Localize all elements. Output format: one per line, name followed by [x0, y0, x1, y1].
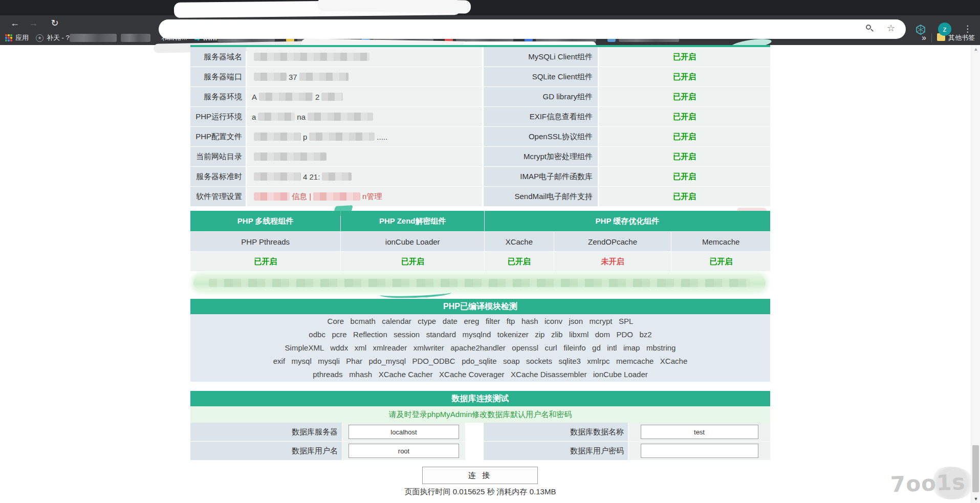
- table-row: 软件管理设置信息 |n管理SendMail电子邮件支持已开启: [190, 187, 770, 206]
- table-row: 服务器标准时4 21:IMAP电子邮件函数库已开启: [190, 167, 770, 186]
- component-name: ionCube Loader: [341, 232, 484, 251]
- php-probe-page: 服务器域名MySQLi Client组件已开启服务器端口37SQLite Cli…: [0, 45, 980, 503]
- form-row: 数据库服务器数据库数据名称: [190, 423, 770, 441]
- component-name: ZendOPcache: [554, 232, 671, 251]
- db-input-1[interactable]: [641, 425, 758, 439]
- component-status: 已开启: [599, 87, 770, 106]
- component-status: 已开启: [599, 147, 770, 166]
- db-field-label: 数据库数据名称: [484, 423, 628, 441]
- component-status: 已开启: [599, 167, 770, 186]
- db-field-cell: [628, 442, 770, 460]
- extension-icon[interactable]: [915, 24, 926, 35]
- component-status: 未开启: [554, 252, 671, 271]
- modules-line: exif mysql mysqli Phar pdo_mysql PDO_ODB…: [273, 355, 687, 368]
- value-fragment: 2: [315, 93, 319, 101]
- redacted-value: [254, 133, 301, 141]
- server-info-value: A2: [247, 87, 482, 106]
- component-name: PHP Pthreads: [190, 232, 340, 251]
- component-label: SQLite Client组件: [484, 67, 598, 86]
- component-status: 已开启: [671, 252, 770, 271]
- redacted-value: [254, 73, 287, 81]
- redacted-value: [259, 93, 313, 101]
- apps-label: 应用: [15, 33, 29, 42]
- connect-button[interactable]: 连 接: [422, 467, 538, 484]
- scrollbar-up-arrow[interactable]: ▲: [971, 45, 980, 53]
- component-label: SendMail电子邮件支持: [484, 187, 598, 206]
- watermark: 7oo1s: [890, 464, 977, 499]
- db-field-label: 数据库用户名: [190, 442, 342, 460]
- component-group-header: PHP Zend解密组件: [341, 211, 484, 231]
- component-label: Mcrypt加密处理组件: [484, 147, 598, 166]
- redacted-value: [254, 53, 369, 61]
- component-status: 已开启: [341, 252, 484, 271]
- form-row: 数据库用户名数据库用户密码: [190, 442, 770, 460]
- redacted-value: [254, 192, 290, 201]
- table-row: 服务器端口37SQLite Client组件已开启: [190, 67, 770, 86]
- db-field-cell: [342, 442, 465, 460]
- value-fragment: a: [252, 113, 256, 121]
- server-info-label: 软件管理设置: [190, 187, 246, 206]
- zoom-icon[interactable]: [866, 25, 874, 32]
- component-label: OpenSSL协议组件: [484, 127, 598, 146]
- db-notice: 请及时登录phpMyAdmin修改数据库默认用户名和密码: [190, 406, 770, 423]
- redacted-value: [313, 192, 360, 201]
- page-footer-stats: 页面执行时间 0.015625 秒 消耗内存 0.13MB: [190, 487, 770, 497]
- component-status: 已开启: [599, 107, 770, 126]
- value-fragment: 4 21:: [303, 172, 320, 181]
- server-info-label: 服务器环境: [190, 87, 246, 106]
- db-input-2[interactable]: [349, 444, 459, 458]
- profile-avatar[interactable]: z: [938, 23, 951, 36]
- server-info-value: [247, 147, 482, 166]
- redacted-value: [254, 152, 326, 161]
- apps-shortcut[interactable]: 应用: [5, 33, 29, 42]
- redacted-value: [321, 93, 343, 101]
- components-name-row: PHP PthreadsionCube LoaderXCacheZendOPca…: [190, 232, 770, 251]
- component-status: 已开启: [485, 252, 554, 271]
- server-info-value: p.....: [247, 127, 482, 146]
- server-info-value: 信息 |n管理: [247, 187, 482, 206]
- php-components-table: PHP 多线程组件PHP Zend解密组件PHP 缓存优化组件PHP Pthre…: [190, 211, 770, 272]
- menu-kebab-icon[interactable]: ⋮: [963, 23, 972, 35]
- component-status: 已开启: [599, 67, 770, 86]
- db-test-form: 数据库服务器数据库数据名称数据库用户名数据库用户密码: [190, 423, 770, 461]
- bookmark-item[interactable]: ★补天 - ?: [36, 33, 155, 42]
- tab-strip: [0, 0, 980, 15]
- red-link-fragment[interactable]: n管理: [362, 192, 382, 202]
- component-status: 已开启: [599, 187, 770, 206]
- component-group-header: PHP 缓存优化组件: [485, 211, 770, 231]
- server-info-table: 服务器域名MySQLi Client组件已开启服务器端口37SQLite Cli…: [190, 45, 770, 207]
- scrollbar-thumb[interactable]: [972, 445, 979, 492]
- db-input-0[interactable]: [349, 425, 459, 439]
- server-info-label: PHP配置文件: [190, 127, 246, 146]
- value-fragment: A: [252, 93, 257, 101]
- db-field-label: 数据库用户密码: [484, 442, 628, 460]
- reload-button[interactable]: ↻: [48, 16, 61, 30]
- scrollbar[interactable]: ▲ ▼: [971, 45, 980, 503]
- modules-line: SimpleXML wddx xml xmlreader xmlwriter a…: [285, 341, 676, 355]
- server-info-label: 服务器标准时: [190, 167, 246, 186]
- forward-button[interactable]: →: [27, 16, 40, 30]
- db-field-cell: [628, 423, 770, 441]
- server-info-value: [247, 47, 482, 67]
- bookmark-star-icon[interactable]: ☆: [887, 23, 895, 34]
- back-button[interactable]: ←: [8, 16, 21, 30]
- red-link-fragment[interactable]: 信息 |: [292, 192, 311, 202]
- db-input-3[interactable]: [641, 444, 758, 458]
- scrollbar-down-arrow[interactable]: ▼: [971, 495, 980, 503]
- bookmarks-divider: [931, 33, 932, 42]
- modules-line: Core bcmath calendar ctype date ereg fil…: [328, 315, 634, 328]
- table-row: 服务器域名MySQLi Client组件已开启: [190, 47, 770, 67]
- db-field-cell: [342, 423, 465, 441]
- server-info-value: 4 21:: [247, 167, 482, 186]
- redacted-value: [308, 113, 373, 121]
- server-info-label: 当前网站目录: [190, 147, 246, 166]
- bookmark-label: 补天 - ?: [47, 33, 70, 42]
- db-test-section-header: 数据库连接测试: [190, 391, 770, 406]
- redacted-value: [254, 172, 301, 181]
- redacted-bookmark-label: [70, 34, 117, 42]
- value-fragment: .....: [377, 133, 387, 141]
- watermark-text: 7oo1s: [890, 469, 966, 497]
- component-label: GD library组件: [484, 87, 598, 106]
- component-label: MySQLi Client组件: [484, 47, 598, 67]
- address-bar-redacted[interactable]: [159, 19, 906, 39]
